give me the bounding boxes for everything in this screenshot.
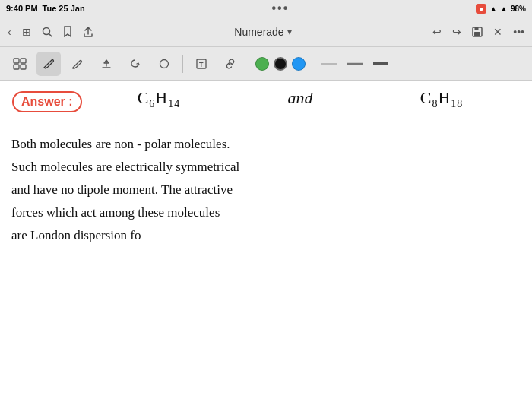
nav-center: Numerade ▾ [234,26,291,38]
and-text: and [288,88,313,108]
nav-left: ‹ ⊞ [6,24,95,40]
eraser-icon [71,58,84,70]
text-line-3: and have no dipole moment. The attractiv… [11,179,524,201]
share-icon [83,27,93,37]
medium-line-icon [347,62,363,66]
undo-button[interactable]: ↩ [431,24,443,40]
shape-icon [158,58,170,70]
redo-button[interactable]: ↪ [451,24,463,40]
eraser-button[interactable] [65,52,90,76]
status-left: 9:40 PM Tue 25 Jan [6,4,85,13]
toolbar: T [0,47,532,81]
answer-label: Answer : [12,91,82,112]
color-black[interactable] [274,57,287,71]
status-bar: 9:40 PM Tue 25 Jan ••• ● ▲ ▲ 98% [0,0,532,17]
text-line-4: forces which act among these molecules [11,202,524,223]
color-green[interactable] [255,57,269,71]
content-area: Answer : C6H14 and C8H18 Both molecules … [0,81,532,399]
lasso-icon [129,58,141,70]
svg-point-9 [160,59,169,68]
date-display: Tue 25 Jan [43,4,85,13]
sub-6: 6 [149,98,155,109]
svg-text:T: T [199,61,204,68]
thin-line-icon [321,62,337,66]
svg-rect-4 [474,32,480,36]
battery-percent: 98% [511,5,526,13]
divider2 [249,55,249,73]
chevron-down-icon: ▾ [287,27,292,37]
link-icon [224,58,236,70]
nav-bar: ‹ ⊞ Numerade ▾ ↩ ↪ [0,17,532,47]
save-button[interactable] [470,25,484,39]
text-button[interactable]: T [189,52,214,76]
text-icon: T [195,58,207,70]
thickness-medium[interactable] [344,56,366,71]
link-button[interactable] [218,52,242,76]
wifi-icon: ▲ [489,5,497,13]
format-button[interactable] [8,52,32,76]
thickness-thin[interactable] [318,56,340,71]
divider3 [312,55,312,73]
search-button[interactable] [40,25,54,39]
sub-18: 18 [451,98,463,109]
signal-icon: ▲ [500,5,508,13]
text-line-2: Such molecules are electrically symmetri… [11,157,524,178]
svg-rect-5 [14,59,19,63]
status-center: ••• [271,2,289,15]
svg-rect-3 [475,27,479,30]
pen-button[interactable] [36,52,61,76]
search-icon [42,27,52,37]
formula-c6h14: C6H14 [138,88,181,110]
svg-line-1 [49,33,52,36]
formula-line: C6H14 and C8H18 [84,88,517,110]
canvas-area[interactable]: Answer : C6H14 and C8H18 Both molecules … [0,81,532,399]
status-right: ● ▲ ▲ 98% [476,4,526,14]
format-icon [13,58,27,70]
thickness-thick[interactable] [370,56,391,71]
close-button[interactable]: ✕ [492,24,504,40]
svg-rect-7 [14,65,19,69]
app-title: Numerade [234,26,283,38]
battery-indicator: ● [476,4,486,14]
color-blue[interactable] [292,57,306,71]
nav-right: ↩ ↪ ✕ ••• [431,24,526,40]
bookmark-button[interactable] [62,24,74,39]
highlighter-icon [100,58,112,70]
pen-icon [43,58,55,70]
sub-14: 14 [168,98,180,109]
lasso-button[interactable] [123,52,147,76]
grid-button[interactable]: ⊞ [21,24,33,40]
back-button[interactable]: ‹ [6,24,13,40]
divider1 [182,55,183,73]
text-line-1: Both molecules are non - polar molecules… [11,134,524,155]
save-icon [472,27,483,37]
svg-rect-6 [21,59,26,63]
dots-indicator: ••• [271,2,289,15]
thick-line-icon [372,61,389,67]
shape-button[interactable] [152,52,176,76]
highlighter-button[interactable] [94,52,119,76]
svg-rect-8 [21,65,26,69]
time-display: 9:40 PM [6,4,38,13]
bookmark-icon [63,26,72,37]
text-line-5: are London dispersion fo [11,225,524,246]
more-button[interactable]: ••• [511,24,526,40]
sub-8: 8 [432,98,438,109]
formula-c8h18: C8H18 [420,88,464,110]
share-button[interactable] [81,25,95,39]
body-text: Both molecules are non - polar molecules… [11,134,524,248]
